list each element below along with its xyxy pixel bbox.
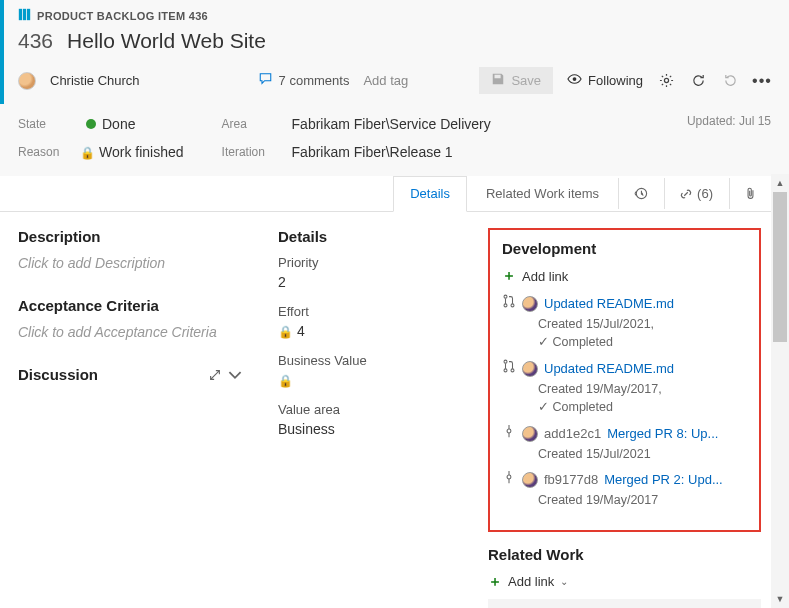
development-title: Development: [502, 240, 747, 257]
iteration-label: Iteration: [222, 145, 280, 159]
chevron-down-icon: ⌄: [560, 576, 568, 587]
work-item-title[interactable]: Hello World Web Site: [67, 29, 266, 53]
author-avatar: [522, 296, 538, 312]
dev-link[interactable]: Updated README.md: [544, 359, 674, 379]
priority-value[interactable]: 2: [278, 274, 452, 290]
comment-icon: [258, 72, 273, 89]
svg-point-7: [504, 304, 507, 307]
pull-request-icon: [502, 293, 516, 315]
acceptance-placeholder[interactable]: Click to add Acceptance Criteria: [18, 324, 242, 340]
dev-sub: Created 19/May/2017,: [538, 380, 747, 399]
bizval-label: Business Value: [278, 353, 452, 368]
valuearea-label: Value area: [278, 402, 452, 417]
commit-icon: [502, 469, 516, 491]
svg-point-9: [504, 360, 507, 363]
reason-value: Work finished: [99, 144, 184, 160]
commit-icon: [502, 423, 516, 445]
area-label: Area: [222, 117, 280, 131]
add-related-link[interactable]: ＋ Add link ⌄: [488, 573, 761, 591]
settings-icon[interactable]: [657, 72, 675, 90]
svg-rect-1: [23, 9, 26, 20]
svg-point-3: [573, 77, 577, 81]
assignee-avatar[interactable]: [18, 72, 36, 90]
commit-hash[interactable]: add1e2c1: [544, 424, 601, 444]
breadcrumb-text: PRODUCT BACKLOG ITEM 436: [37, 10, 208, 22]
svg-point-6: [504, 295, 507, 298]
add-tag[interactable]: Add tag: [363, 73, 408, 88]
state-value[interactable]: Done: [102, 116, 135, 132]
description-placeholder[interactable]: Click to add Description: [18, 255, 242, 271]
dev-sub: Created 15/Jul/2021: [538, 445, 747, 464]
lock-icon: 🔒: [80, 146, 95, 160]
svg-point-11: [511, 369, 514, 372]
details-title: Details: [278, 228, 452, 245]
bizval-value[interactable]: 🔒: [278, 372, 452, 388]
scroll-down-icon[interactable]: ▼: [771, 590, 789, 608]
scroll-up-icon[interactable]: ▲: [771, 174, 789, 192]
check-icon: ✓: [538, 335, 552, 349]
expand-icon[interactable]: [208, 368, 242, 382]
state-label: State: [18, 117, 68, 131]
add-parent-box[interactable]: Add an existing work item as a parent: [488, 599, 761, 609]
svg-point-4: [664, 78, 668, 82]
assignee-name[interactable]: Christie Church: [50, 73, 140, 88]
eye-icon: [567, 73, 582, 88]
backlog-icon: [18, 8, 31, 23]
dev-link[interactable]: Merged PR 2: Upd...: [604, 470, 723, 490]
author-avatar: [522, 426, 538, 442]
state-dot: [86, 119, 96, 129]
svg-rect-0: [19, 9, 22, 20]
work-item-id: 436: [18, 29, 53, 53]
lock-icon: 🔒: [278, 325, 293, 339]
check-icon: ✓: [538, 400, 552, 414]
scroll-thumb[interactable]: [773, 192, 787, 342]
dev-sub: Created 15/Jul/2021,: [538, 315, 747, 334]
dev-link[interactable]: Updated README.md: [544, 294, 674, 314]
add-dev-link[interactable]: ＋ Add link: [502, 267, 747, 285]
effort-label: Effort: [278, 304, 452, 319]
refresh-icon[interactable]: [689, 72, 707, 90]
breadcrumb: PRODUCT BACKLOG ITEM 436: [12, 8, 771, 23]
development-section: Development ＋ Add link Updated README.md…: [488, 228, 761, 532]
dev-link[interactable]: Merged PR 8: Up...: [607, 424, 718, 444]
reason-label: Reason: [18, 145, 68, 159]
save-icon: [491, 72, 505, 89]
dev-sub: Created 19/May/2017: [538, 491, 747, 510]
tab-links[interactable]: (6): [664, 178, 727, 209]
more-icon[interactable]: •••: [753, 72, 771, 90]
svg-point-10: [504, 369, 507, 372]
lock-icon: 🔒: [278, 374, 293, 388]
svg-point-13: [507, 475, 511, 479]
priority-label: Priority: [278, 255, 452, 270]
tab-details[interactable]: Details: [393, 176, 467, 212]
plus-icon: ＋: [502, 267, 516, 285]
iteration-value[interactable]: Fabrikam Fiber\Release 1: [292, 144, 453, 160]
author-avatar: [522, 472, 538, 488]
area-value[interactable]: Fabrikam Fiber\Service Delivery: [292, 116, 491, 132]
acceptance-title: Acceptance Criteria: [18, 297, 242, 314]
description-title: Description: [18, 228, 242, 245]
svg-point-12: [507, 429, 511, 433]
pull-request-icon: [502, 358, 516, 380]
tab-attachments[interactable]: [729, 178, 771, 209]
author-avatar: [522, 361, 538, 377]
tab-history[interactable]: [618, 178, 662, 209]
svg-rect-2: [27, 9, 30, 20]
scrollbar[interactable]: ▲ ▼: [771, 174, 789, 608]
svg-point-8: [511, 304, 514, 307]
follow-button[interactable]: Following: [567, 73, 643, 88]
discussion-title: Discussion: [18, 366, 98, 383]
plus-icon: ＋: [488, 573, 502, 591]
save-button: Save: [479, 67, 553, 94]
comments-link[interactable]: 7 comments: [258, 72, 350, 89]
related-work-title: Related Work: [488, 546, 761, 563]
undo-icon[interactable]: [721, 72, 739, 90]
commit-hash[interactable]: fb9177d8: [544, 470, 598, 490]
effort-value[interactable]: 🔒4: [278, 323, 452, 339]
updated-text[interactable]: Updated: Jul 15: [687, 114, 771, 128]
valuearea-value[interactable]: Business: [278, 421, 452, 437]
tab-related-work-items[interactable]: Related Work items: [469, 176, 616, 212]
